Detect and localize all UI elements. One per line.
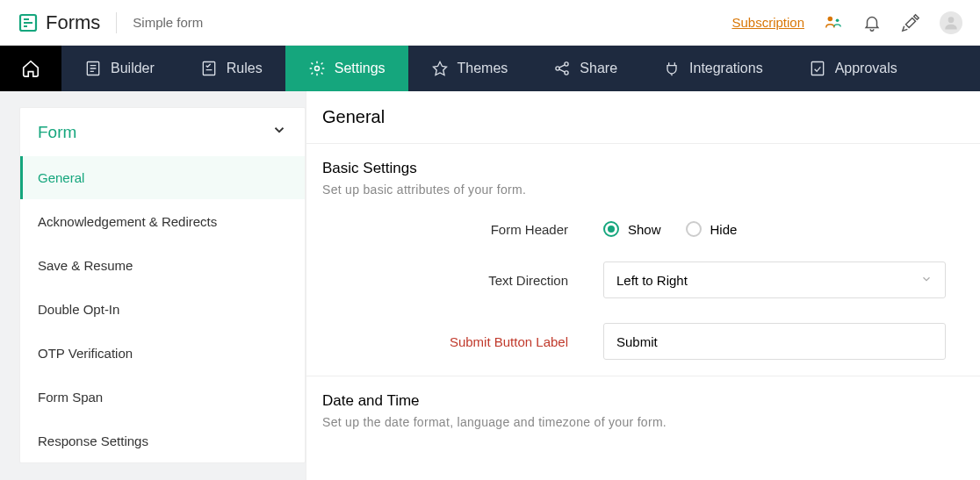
nav-rules-label: Rules (227, 61, 263, 76)
top-header: Forms Simple form Subscription (0, 0, 980, 46)
svg-point-3 (948, 17, 955, 23)
sidebar-item-double-optin[interactable]: Double Opt-In (20, 287, 305, 331)
rules-icon (200, 60, 218, 77)
radio-show-label: Show (628, 222, 661, 237)
share-icon (553, 60, 571, 77)
radio-circle-icon (686, 221, 702, 237)
form-header-radios: Show Hide (603, 221, 946, 237)
submit-button-input[interactable] (603, 323, 946, 360)
nav-share[interactable]: Share (530, 46, 640, 91)
home-icon (21, 59, 40, 78)
user-swap-icon[interactable] (824, 13, 843, 32)
nav-settings[interactable]: Settings (285, 46, 408, 91)
approvals-icon (809, 60, 826, 77)
svg-point-6 (314, 67, 319, 71)
integrations-icon (663, 60, 681, 77)
sidebar-panel: Form General Acknowledgement & Redirects… (19, 107, 306, 463)
submit-button-label: Submit Button Label (322, 334, 603, 349)
sidebar-item-save-resume[interactable]: Save & Resume (20, 243, 305, 287)
nav-settings-label: Settings (335, 61, 386, 76)
brand[interactable]: Forms (18, 11, 100, 34)
divider (116, 12, 117, 33)
form-header-label: Form Header (322, 222, 603, 237)
nav-builder-label: Builder (111, 61, 155, 76)
svg-point-1 (828, 16, 833, 21)
sidebar-heading-form[interactable]: Form (20, 108, 305, 156)
nav-share-label: Share (580, 61, 617, 76)
sidebar-item-response-settings[interactable]: Response Settings (20, 419, 305, 462)
sidebar-item-otp[interactable]: OTP Verification (20, 331, 305, 375)
nav-approvals[interactable]: Approvals (786, 46, 920, 91)
radio-hide[interactable]: Hide (686, 221, 738, 237)
svg-rect-5 (203, 62, 214, 75)
nav-home[interactable] (0, 46, 61, 91)
nav-approvals-label: Approvals (835, 61, 897, 76)
page-title: General (306, 107, 980, 144)
sidebar-item-general[interactable]: General (20, 156, 305, 199)
svg-point-2 (836, 18, 839, 22)
nav-themes-label: Themes (458, 61, 508, 76)
forms-logo-icon (18, 12, 39, 33)
text-direction-select[interactable]: Left to Right (603, 261, 946, 298)
subscription-link[interactable]: Subscription (731, 15, 804, 30)
nav-integrations-label: Integrations (689, 61, 763, 76)
chevron-down-icon (920, 273, 933, 288)
nav-themes[interactable]: Themes (408, 46, 531, 91)
datetime-title: Date and Time (322, 392, 964, 410)
content: Form General Acknowledgement & Redirects… (0, 91, 980, 480)
basic-title: Basic Settings (322, 160, 964, 177)
submit-button-control (603, 323, 946, 360)
section-basic: Basic Settings Set up basic attributes o… (306, 144, 980, 376)
themes-icon (431, 60, 449, 77)
builder-icon (84, 60, 102, 77)
text-direction-label: Text Direction (322, 273, 603, 288)
text-direction-control: Left to Right (603, 261, 946, 298)
form-name[interactable]: Simple form (133, 15, 203, 30)
sidebar-heading-label: Form (38, 123, 76, 142)
radio-circle-icon (603, 221, 619, 237)
settings-sidebar: Form General Acknowledgement & Redirects… (0, 91, 306, 480)
radio-show[interactable]: Show (603, 221, 661, 237)
chevron-down-icon (271, 122, 287, 142)
nav-rules[interactable]: Rules (177, 46, 285, 91)
text-direction-value: Left to Right (616, 273, 688, 288)
basic-desc: Set up basic attributes of your form. (322, 183, 964, 197)
row-submit-label: Submit Button Label (322, 323, 964, 360)
brand-text: Forms (46, 11, 100, 34)
main-panel: General Basic Settings Set up basic attr… (306, 91, 980, 480)
section-datetime: Date and Time Set up the date format, la… (306, 376, 980, 445)
top-right: Subscription (731, 11, 962, 34)
row-form-header: Form Header Show Hide (322, 221, 964, 237)
tools-icon[interactable] (901, 13, 920, 32)
bell-icon[interactable] (862, 13, 882, 32)
radio-hide-label: Hide (710, 222, 738, 237)
gear-icon (308, 60, 326, 77)
sidebar-item-acknowledgement[interactable]: Acknowledgement & Redirects (20, 199, 305, 243)
row-text-direction: Text Direction Left to Right (322, 261, 964, 298)
svg-rect-10 (811, 62, 823, 75)
nav-integrations[interactable]: Integrations (640, 46, 786, 91)
datetime-desc: Set up the date format, language and tim… (322, 415, 964, 429)
avatar-icon[interactable] (940, 11, 962, 34)
main-nav: Builder Rules Settings Themes Share Inte… (0, 46, 980, 91)
nav-builder[interactable]: Builder (61, 46, 177, 91)
sidebar-item-form-span[interactable]: Form Span (20, 375, 305, 419)
